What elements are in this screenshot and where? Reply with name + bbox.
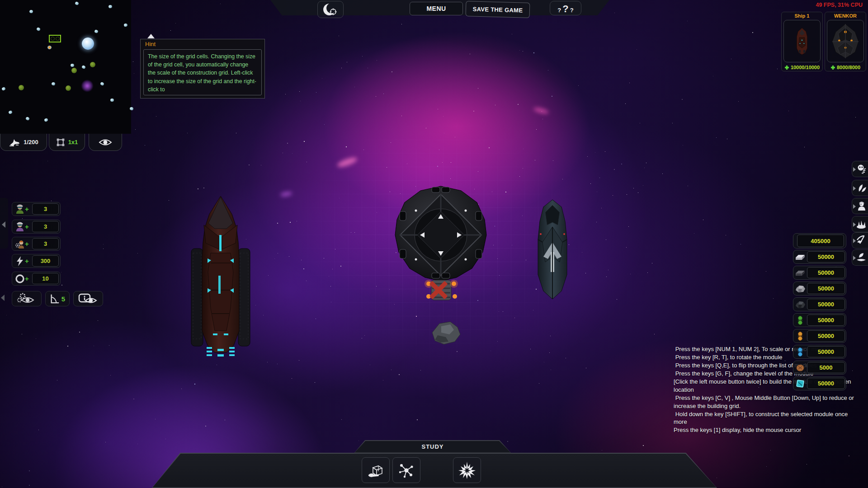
star — [578, 85, 579, 86]
star — [766, 271, 766, 272]
build-mode-button[interactable] — [362, 457, 390, 483]
star — [109, 345, 109, 346]
minimap-selection-frame — [49, 35, 61, 42]
star — [236, 133, 236, 133]
side-tab-harvest[interactable] — [852, 249, 868, 266]
side-tab-food[interactable] — [852, 216, 868, 232]
resource-row-scientist-b[interactable]: + 3 — [12, 220, 61, 234]
star — [67, 346, 68, 347]
star — [169, 200, 169, 201]
star — [225, 420, 225, 420]
hide-icon — [794, 362, 806, 373]
organic-green-icon — [794, 315, 806, 326]
collapse-chevron-icon[interactable] — [2, 221, 5, 228]
plus-icon: + — [25, 276, 29, 282]
star — [628, 226, 629, 227]
star — [300, 101, 301, 101]
star — [687, 21, 688, 21]
star — [277, 364, 278, 364]
minimap-nebula — [81, 80, 93, 92]
star — [617, 299, 617, 300]
star — [339, 36, 339, 36]
resource-row-organic-blue: 50000 — [793, 345, 846, 359]
weapons-mode-button[interactable] — [453, 457, 481, 483]
grid-scale-button[interactable]: 5 — [45, 291, 70, 306]
minimap-asteroid — [51, 82, 55, 86]
hint-pointer-arrow — [147, 34, 155, 38]
red-capital-ship[interactable] — [190, 195, 251, 362]
resource-row-scientist-a[interactable]: + 3 — [12, 202, 61, 216]
star — [133, 61, 133, 62]
star — [539, 383, 539, 384]
organic-orange-icon — [794, 331, 806, 342]
star — [79, 332, 80, 333]
star — [647, 272, 648, 273]
minimap-asteroid — [110, 99, 114, 102]
grid-size-button[interactable]: 1x1 — [49, 134, 85, 151]
star — [614, 13, 615, 13]
star — [849, 455, 849, 456]
star — [377, 60, 377, 61]
star — [716, 137, 717, 138]
side-tab-crew[interactable] — [852, 198, 868, 214]
star — [22, 218, 23, 219]
help-button[interactable]: ? ? ? — [550, 1, 581, 15]
info-visibility-button[interactable] — [73, 291, 103, 306]
star — [261, 165, 261, 165]
expand-arrow-icon — [853, 256, 856, 260]
research-mode-button[interactable] — [392, 457, 420, 483]
star — [652, 263, 652, 263]
red-ship-icon — [792, 22, 812, 61]
minimap-asteroid — [123, 23, 127, 27]
minimap[interactable] — [0, 0, 131, 134]
star — [277, 223, 278, 224]
study-label: STUDY — [355, 441, 511, 453]
star — [267, 362, 268, 362]
star — [703, 220, 703, 220]
star — [519, 50, 520, 51]
star — [741, 337, 742, 338]
visibility-settings-button[interactable] — [12, 291, 42, 306]
study-tab[interactable]: STUDY — [354, 440, 511, 453]
star — [6, 315, 7, 315]
side-tab-plants[interactable] — [852, 180, 868, 196]
star — [731, 341, 731, 341]
star — [401, 24, 402, 24]
grid-size-value: 1x1 — [68, 139, 78, 145]
star — [29, 485, 30, 486]
star — [110, 375, 111, 375]
star — [602, 450, 602, 450]
save-game-button[interactable]: SAVE THE GAME — [466, 1, 530, 18]
side-tab-mining[interactable] — [852, 232, 868, 249]
star — [548, 70, 548, 70]
resource-row-engineer[interactable]: + 3 — [12, 237, 61, 251]
minimap-green-asteroid — [66, 85, 71, 91]
star — [198, 188, 198, 189]
resource-row-oxygen[interactable]: + 10 — [12, 272, 61, 286]
star — [646, 163, 646, 163]
collapse-chevron-icon[interactable] — [1, 295, 5, 301]
fleet-panel-ship1[interactable]: Ship 1 10000/10000 — [781, 12, 823, 71]
visibility-toggle[interactable] — [89, 134, 122, 151]
star — [383, 380, 383, 380]
star — [637, 49, 637, 50]
ship-icon — [9, 138, 20, 147]
star — [770, 450, 771, 450]
fleet-panel-wenkor[interactable]: WENKOR 8000/8000 — [825, 12, 866, 71]
star — [274, 258, 275, 259]
plus-icon: + — [25, 258, 29, 264]
teal-ship[interactable] — [535, 199, 570, 300]
asteroid[interactable] — [430, 320, 462, 346]
resource-row-energy[interactable]: + 300 — [12, 254, 61, 268]
star — [478, 88, 478, 89]
station-sphere[interactable] — [389, 184, 493, 303]
ships-count-indicator[interactable]: 1/200 — [0, 134, 47, 151]
side-tab-fossils[interactable] — [852, 161, 868, 177]
menu-button[interactable]: MENU — [410, 2, 463, 15]
planet-tracker-button[interactable] — [317, 1, 344, 18]
star — [713, 76, 713, 76]
star — [135, 129, 136, 130]
fps-cpu-readout: 49 FPS, 31% CPU — [816, 2, 863, 8]
star — [2, 487, 2, 487]
resource-row-organic-green: 50000 — [793, 313, 846, 327]
